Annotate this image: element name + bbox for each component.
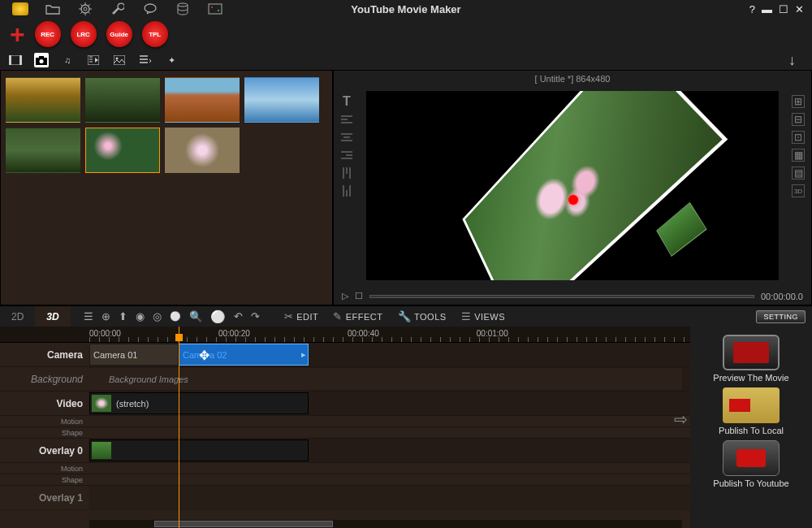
list-media-tab-icon[interactable]: [138, 53, 153, 67]
maximize-icon[interactable]: ☐: [779, 3, 788, 15]
grid3-icon[interactable]: ⊡: [792, 131, 805, 144]
clip-camera-02[interactable]: Camera 02 ✥ ▸: [179, 344, 309, 366]
media-thumbnail[interactable]: [6, 128, 80, 173]
media-thumbnail[interactable]: [165, 77, 240, 123]
play-icon[interactable]: ▷: [342, 291, 348, 301]
download-icon[interactable]: ↓: [788, 52, 796, 69]
track-content-video[interactable]: (stretch): [89, 392, 690, 415]
help-icon[interactable]: ?: [749, 3, 755, 15]
guide-button[interactable]: Guide: [106, 21, 132, 47]
align-center-icon[interactable]: [340, 131, 353, 144]
text-tool-icon[interactable]: T: [340, 95, 353, 108]
preview-overlay-layer[interactable]: [656, 202, 707, 257]
media-thumbnail-selected[interactable]: [85, 128, 160, 173]
clip-video[interactable]: (stretch): [89, 392, 309, 414]
minimize-icon[interactable]: ▬: [762, 3, 772, 15]
align-left-icon[interactable]: [340, 113, 353, 126]
view-3d-icon[interactable]: 3D: [792, 184, 805, 197]
setting-button[interactable]: SETTING: [756, 310, 806, 323]
edit-menu[interactable]: ✂EDIT: [284, 310, 319, 322]
image-media-tab-icon[interactable]: [112, 53, 127, 67]
database-icon[interactable]: [174, 2, 192, 16]
svg-point-12: [40, 59, 44, 63]
align-top-icon[interactable]: [340, 167, 353, 180]
clip-overlay[interactable]: [89, 439, 309, 461]
track-label-overlay1: Overlay 1: [0, 492, 89, 504]
media-thumbnail[interactable]: [244, 77, 319, 123]
export-panel: ⇨ Preview The Movie Publish To Local Pub…: [690, 327, 812, 528]
wrench-icon[interactable]: [109, 2, 127, 16]
preview-seek-slider[interactable]: [369, 295, 754, 298]
media-thumbnail[interactable]: [165, 128, 240, 173]
screen-icon[interactable]: [206, 2, 224, 16]
plugin-media-tab-icon[interactable]: ✦: [164, 53, 179, 67]
gear-icon[interactable]: [76, 2, 94, 16]
preview-timecode: 00:00:00.0: [761, 292, 803, 301]
redo-icon[interactable]: ↷: [251, 310, 260, 322]
tab-3d[interactable]: 3D: [35, 306, 70, 327]
expand-arrow-icon[interactable]: ⇨: [674, 409, 688, 429]
clip-media-tab-icon[interactable]: [86, 53, 101, 67]
titlebar-menu-icons: [0, 2, 224, 16]
lrc-button[interactable]: LRC: [71, 21, 97, 47]
window-controls: ? ▬ ☐ ✕: [749, 3, 812, 15]
add-clip-icon[interactable]: ⊕: [102, 310, 110, 322]
grid5-icon[interactable]: ▤: [792, 167, 805, 180]
zoom-out-icon[interactable]: ⚪: [170, 311, 181, 322]
publish-local-button[interactable]: Publish To Local: [719, 387, 784, 435]
track-content-overlay-motion[interactable]: [89, 463, 690, 474]
tab-2d[interactable]: 2D: [0, 306, 35, 327]
add-media-icon[interactable]: +: [10, 21, 25, 47]
tpl-button[interactable]: TPL: [142, 21, 168, 47]
zoom-in-icon[interactable]: ⚪: [210, 309, 226, 324]
grid1-icon[interactable]: ⊞: [792, 95, 805, 108]
zoom-fit-icon[interactable]: 🔍: [189, 310, 202, 322]
timeline-toolbar: 2D 3D ☰ ⊕ ⬆ ◉ ◎ ⚪ 🔍 ⚪ ↶ ↷ ✂EDIT ✎EFFECT …: [0, 305, 812, 327]
stop-circle-icon[interactable]: ◎: [153, 310, 162, 322]
app-logo-icon[interactable]: [11, 2, 29, 16]
video-media-tab-icon[interactable]: [8, 53, 23, 67]
track-content-motion[interactable]: [89, 416, 690, 426]
music-media-tab-icon[interactable]: ♫: [60, 53, 75, 67]
media-thumbnail[interactable]: [6, 77, 80, 123]
svg-point-2: [145, 4, 156, 12]
stop-icon[interactable]: ☐: [355, 291, 363, 301]
speech-icon[interactable]: [141, 2, 159, 16]
record-button[interactable]: REC: [35, 21, 61, 47]
track-content-shape[interactable]: [89, 427, 690, 438]
clip-resize-handle-icon[interactable]: ▸: [301, 349, 306, 360]
preview-canvas[interactable]: [366, 91, 779, 280]
track-content-overlay1[interactable]: [89, 486, 690, 509]
folder-icon[interactable]: [44, 2, 62, 16]
scrollbar-thumb[interactable]: [154, 521, 333, 527]
up-icon[interactable]: ⬆: [119, 310, 127, 322]
track-content-overlay-shape[interactable]: [89, 474, 690, 485]
timeline-ruler[interactable]: 00:00:00 00:00:20 00:00:40 00:01:00: [0, 327, 690, 343]
effect-menu[interactable]: ✎EFFECT: [333, 310, 382, 322]
clip-camera-01[interactable]: Camera 01: [89, 344, 179, 366]
track-content-camera[interactable]: Camera 01 Camera 02 ✥ ▸: [89, 343, 690, 366]
publish-youtube-button[interactable]: Publish To Youtube: [713, 440, 788, 488]
close-icon[interactable]: ✕: [795, 3, 804, 15]
track-content-overlay0[interactable]: [89, 439, 690, 462]
play-circle-icon[interactable]: ◉: [136, 310, 145, 322]
list-view-icon[interactable]: ☰: [84, 310, 93, 322]
timeline-playhead[interactable]: [179, 327, 179, 528]
preview-movie-button[interactable]: Preview The Movie: [713, 335, 788, 383]
preview-video-layer[interactable]: [462, 91, 728, 280]
track-overlay-0: Overlay 0: [0, 439, 690, 463]
svg-rect-11: [39, 56, 44, 58]
publish-local-icon: [723, 387, 780, 423]
photo-media-tab-icon[interactable]: [34, 53, 49, 67]
track-label-video: Video: [0, 398, 89, 409]
track-content-background[interactable]: Background Images: [89, 367, 690, 391]
tools-menu[interactable]: 🔧TOOLS: [398, 310, 447, 322]
grid2-icon[interactable]: ⊟: [792, 113, 805, 126]
align-bottom-icon[interactable]: [340, 184, 353, 197]
align-right-icon[interactable]: [340, 149, 353, 162]
media-thumbnail[interactable]: [85, 77, 160, 123]
views-menu[interactable]: ☰VIEWS: [461, 310, 505, 322]
anchor-point-icon[interactable]: [568, 195, 578, 205]
grid4-icon[interactable]: ▦: [792, 149, 805, 162]
undo-icon[interactable]: ↶: [234, 310, 243, 322]
